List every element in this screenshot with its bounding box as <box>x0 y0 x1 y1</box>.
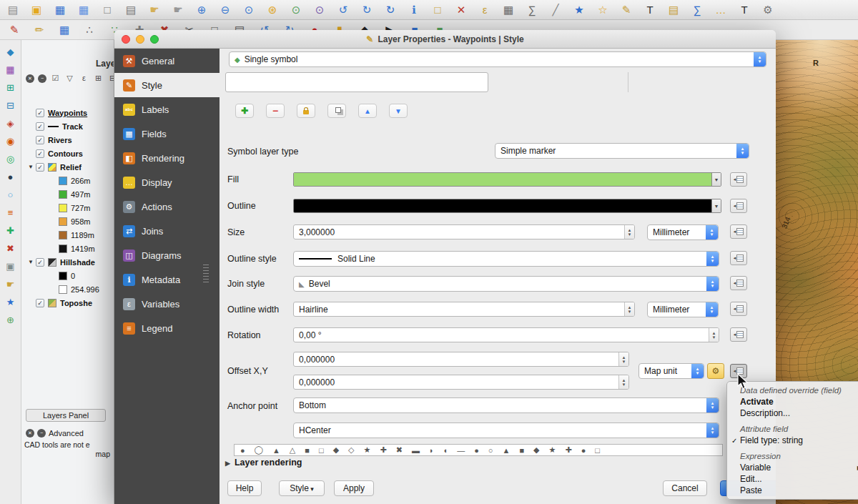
layer-item-266m[interactable]: 266m <box>21 174 114 187</box>
comment-icon[interactable]: … <box>712 2 729 18</box>
close-button[interactable] <box>122 35 130 44</box>
bookmarks-icon[interactable]: ★ <box>571 2 588 18</box>
manage-visibility-icon[interactable]: ☑ <box>50 73 61 84</box>
dialog-tab-style[interactable]: ✎Style <box>114 73 220 97</box>
symbol-layer-type-dropdown[interactable]: Simple marker <box>495 143 749 159</box>
marker-preset[interactable]: ★ <box>549 445 556 455</box>
zoom-next-icon[interactable]: ↻ <box>358 2 375 18</box>
offset-unit-dropdown[interactable]: Map unit <box>638 363 704 379</box>
add-postgis-layer-icon[interactable]: ⊞ <box>4 81 18 94</box>
annotation-icon[interactable]: ✎ <box>618 2 635 18</box>
join-style-data-defined-button[interactable]: ◂ <box>730 276 747 290</box>
outline-width-spinbox[interactable]: Hairline <box>293 302 635 317</box>
move-up-button[interactable]: ▲ <box>358 104 377 118</box>
measure-icon[interactable]: ╱ <box>547 2 564 18</box>
zoom-full-icon[interactable]: ⊛ <box>264 2 281 18</box>
lock-symbol-layer-button[interactable] <box>297 104 315 118</box>
splitter-grip[interactable] <box>203 265 209 283</box>
outline-data-defined-button[interactable]: ◂ <box>730 199 747 213</box>
new-shapefile-icon[interactable]: ✚ <box>4 224 18 237</box>
anchor-vertical-dropdown[interactable]: Bottom <box>293 397 719 413</box>
dock-collapse-icon[interactable]: − <box>37 429 46 438</box>
print-composer-icon[interactable]: ▤ <box>122 2 139 18</box>
zoom-last-icon[interactable]: ↺ <box>335 2 352 18</box>
spin-stepper-icon[interactable] <box>624 302 634 316</box>
close-panel-icon[interactable]: ✕ <box>26 74 34 83</box>
size-data-defined-button[interactable]: ◂ <box>730 224 747 239</box>
marker-preset[interactable]: △ <box>290 445 295 455</box>
zoom-out-icon[interactable]: ⊖ <box>217 2 234 18</box>
layer-checkbox[interactable]: ✓ <box>36 299 44 307</box>
add-mssql-layer-icon[interactable]: ◈ <box>4 117 18 130</box>
marker-presets-strip[interactable]: ●◯▲△■□◆◇★✚✖▬◗◖—●○▲■◆★✚●□ <box>234 444 723 456</box>
outline-style-data-defined-button[interactable]: ◂ <box>730 251 747 265</box>
marker-preset[interactable]: ✚ <box>565 445 571 455</box>
layer-checkbox[interactable]: ✓ <box>36 136 44 144</box>
zoom-button[interactable] <box>150 35 159 44</box>
layer-item-958m[interactable]: 958m <box>21 214 114 228</box>
menu-item-variable[interactable]: Variable▶ <box>727 462 858 473</box>
marker-preset[interactable]: ✚ <box>380 445 386 455</box>
menu-item-description[interactable]: Description... <box>727 407 858 419</box>
pan-map-icon[interactable]: ☛ <box>146 2 163 18</box>
current-edits-icon[interactable]: ✎ <box>6 22 23 38</box>
field-calculator-icon[interactable]: ∑ <box>523 2 541 18</box>
form-annotation-icon[interactable]: ▤ <box>665 2 682 18</box>
menu-item-paste[interactable]: Paste <box>727 485 858 496</box>
symbol-tree[interactable] <box>225 72 488 92</box>
add-raster-layer-icon[interactable]: ▦ <box>4 64 18 76</box>
add-vector-layer-icon[interactable]: ◆ <box>4 46 18 59</box>
collapse-all-icon[interactable]: ⊟ <box>107 73 114 84</box>
text-annotation-icon[interactable]: T <box>641 2 659 18</box>
menu-item-field-type-string[interactable]: ✓Field type: string <box>727 435 858 446</box>
filter-expression-icon[interactable]: ε <box>79 73 89 84</box>
map-tips-icon[interactable]: ☛ <box>4 278 18 291</box>
new-bookmark-icon[interactable]: ☆ <box>594 2 611 18</box>
layer-checkbox[interactable]: ✓ <box>36 258 44 267</box>
expand-all-icon[interactable]: ⊞ <box>93 73 104 84</box>
save-edits-icon[interactable]: ▦ <box>56 22 73 38</box>
dialog-tab-labels[interactable]: abcLabels <box>114 97 220 122</box>
marker-preset[interactable]: ● <box>240 446 245 455</box>
map-unit-scale-button[interactable]: ⚙ <box>707 363 724 379</box>
fill-color-button[interactable] <box>293 172 721 187</box>
add-wcs-layer-icon[interactable]: ● <box>4 171 18 184</box>
fill-data-defined-button[interactable]: ◂ <box>730 172 747 187</box>
cancel-button[interactable]: Cancel <box>663 480 707 496</box>
marker-preset[interactable]: ○ <box>488 446 493 455</box>
layer-item-rivers[interactable]: ✓Rivers <box>21 133 114 147</box>
spin-stepper-icon[interactable] <box>709 328 719 342</box>
zoom-in-icon[interactable]: ⊕ <box>193 2 210 18</box>
advanced-digitizing-header[interactable]: ✕− Advanced <box>26 429 84 438</box>
layers-panel-tab[interactable]: Layers Panel <box>26 409 106 422</box>
menu-item-activate[interactable]: Activate <box>727 396 858 407</box>
outline-width-data-defined-button[interactable]: ◂ <box>730 302 747 316</box>
expand-arrow-icon[interactable]: ▼ <box>26 259 36 265</box>
new-spatial-bookmark-icon[interactable]: ★ <box>4 296 18 309</box>
dialog-tab-legend[interactable]: ≡Legend <box>114 316 220 340</box>
move-down-button[interactable]: ▼ <box>389 104 408 118</box>
project-save-icon[interactable]: ▦ <box>51 2 69 18</box>
marker-preset[interactable]: ◆ <box>333 445 339 455</box>
layer-item-727m[interactable]: 727m <box>21 201 114 214</box>
duplicate-symbol-layer-button[interactable] <box>327 104 346 118</box>
minimize-button[interactable] <box>136 35 144 44</box>
outline-style-dropdown[interactable]: Solid Line <box>293 251 719 267</box>
text-tool-icon[interactable]: T <box>736 2 753 18</box>
spin-stepper-icon[interactable] <box>618 352 628 366</box>
layer-checkbox[interactable]: ✓ <box>36 163 44 172</box>
color-dropdown-arrow-icon[interactable] <box>711 173 721 186</box>
offset-x-spinbox[interactable]: 0,000000 <box>293 352 629 367</box>
node-tool-icon[interactable]: ∴ <box>81 22 98 38</box>
select-features-icon[interactable]: □ <box>429 2 446 18</box>
marker-preset[interactable]: ■ <box>305 446 310 455</box>
offset-y-spinbox[interactable]: 0,000000 <box>293 375 629 390</box>
layer-item-1419m[interactable]: 1419m <box>21 242 114 255</box>
outline-color-button[interactable] <box>293 199 721 213</box>
marker-preset[interactable]: □ <box>595 446 600 455</box>
dialog-tab-variables[interactable]: εVariables <box>114 292 220 316</box>
project-save-as-icon[interactable]: ▦ <box>75 2 92 18</box>
marker-preset[interactable]: ◇ <box>348 445 354 455</box>
add-wms-layer-icon[interactable]: ◎ <box>4 153 18 166</box>
dialog-tab-rendering[interactable]: ◧Rendering <box>114 146 220 170</box>
